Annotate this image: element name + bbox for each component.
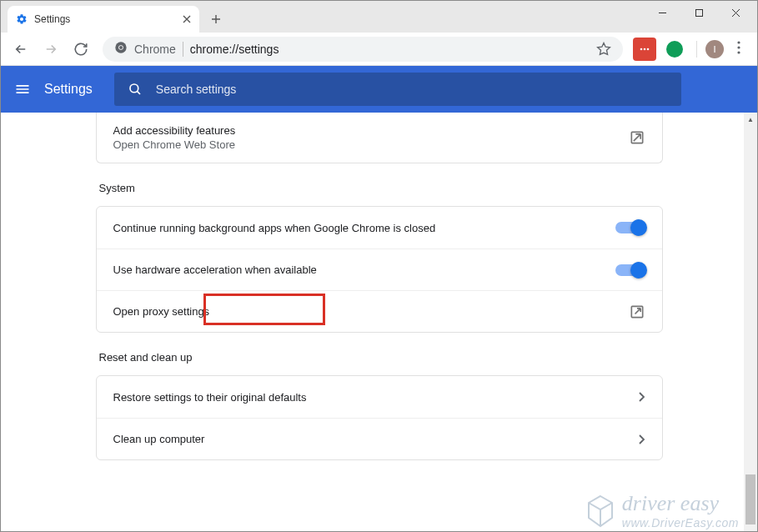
external-link-icon [629, 304, 645, 320]
scrollbar-thumb[interactable] [745, 474, 755, 524]
cleanup-computer-label: Clean up computer [113, 433, 639, 445]
extension-icon-red[interactable] [633, 38, 656, 61]
window-titlebar: Settings [1, 1, 757, 33]
hardware-accel-toggle[interactable] [615, 264, 645, 276]
settings-content: Add accessibility features Open Chrome W… [1, 113, 757, 531]
svg-point-5 [644, 48, 646, 50]
accessibility-row-title: Add accessibility features [113, 124, 629, 137]
omnibox-divider [183, 42, 183, 57]
accessibility-row[interactable]: Add accessibility features Open Chrome W… [97, 113, 662, 163]
close-tab-icon[interactable] [183, 15, 191, 23]
omnibox-url: chrome://settings [190, 43, 279, 56]
bookmark-star-icon[interactable] [596, 42, 611, 57]
svg-point-9 [737, 51, 740, 53]
svg-point-7 [737, 41, 740, 43]
new-tab-button[interactable] [204, 8, 228, 31]
accessibility-card: Add accessibility features Open Chrome W… [96, 113, 663, 163]
restore-defaults-row[interactable]: Restore settings to their original defau… [97, 376, 662, 418]
external-link-icon [629, 129, 645, 146]
tab-title: Settings [34, 13, 176, 25]
browser-menu-button[interactable] [727, 41, 750, 58]
background-apps-row: Continue running background apps when Go… [97, 207, 662, 248]
back-button[interactable] [8, 36, 34, 63]
cleanup-computer-row[interactable]: Clean up computer [97, 418, 662, 459]
window-close-button[interactable] [717, 1, 754, 24]
svg-point-3 [119, 46, 123, 49]
proxy-settings-label: Open proxy settings [113, 305, 629, 318]
settings-search-input[interactable] [156, 83, 668, 96]
omnibox-site-label: Chrome [134, 43, 176, 56]
chrome-page-icon [114, 41, 128, 57]
restore-defaults-label: Restore settings to their original defau… [113, 391, 639, 404]
proxy-settings-row[interactable]: Open proxy settings [97, 290, 662, 332]
system-section-title: System [96, 163, 663, 206]
browser-toolbar: Chrome chrome://settings I [1, 33, 757, 66]
reset-card: Restore settings to their original defau… [96, 375, 663, 460]
window-controls [644, 1, 754, 24]
settings-header: Settings [1, 66, 757, 113]
background-apps-label: Continue running background apps when Go… [113, 222, 615, 234]
system-card: Continue running background apps when Go… [96, 206, 663, 333]
svg-rect-0 [695, 9, 702, 16]
svg-point-10 [130, 84, 138, 93]
hardware-accel-label: Use hardware acceleration when available [113, 263, 615, 276]
hamburger-menu-icon[interactable] [14, 81, 31, 98]
extension-icon-green[interactable] [663, 38, 686, 61]
chevron-right-icon [639, 392, 645, 402]
window-minimize-button[interactable] [644, 1, 680, 24]
svg-point-4 [640, 48, 643, 50]
toolbar-divider [696, 41, 697, 58]
browser-tab[interactable]: Settings [8, 6, 199, 33]
svg-point-6 [647, 48, 650, 50]
address-bar[interactable]: Chrome chrome://settings [103, 37, 623, 62]
settings-page-title: Settings [44, 82, 93, 97]
chevron-right-icon [639, 434, 645, 444]
window-maximize-button[interactable] [680, 1, 717, 24]
search-icon [128, 82, 143, 97]
profile-avatar[interactable]: I [705, 40, 724, 58]
scroll-arrow-up-icon[interactable]: ▲ [744, 113, 757, 126]
settings-search-box[interactable] [114, 73, 681, 106]
scrollbar-track[interactable]: ▲ [744, 113, 757, 531]
hardware-accel-row: Use hardware acceleration when available [97, 248, 662, 290]
reset-section-title: Reset and clean up [96, 333, 663, 375]
background-apps-toggle[interactable] [615, 222, 645, 233]
reload-button[interactable] [68, 36, 94, 63]
accessibility-row-subtitle: Open Chrome Web Store [113, 138, 629, 151]
svg-point-8 [737, 46, 740, 48]
gear-icon [16, 13, 28, 25]
forward-button[interactable] [38, 36, 64, 63]
